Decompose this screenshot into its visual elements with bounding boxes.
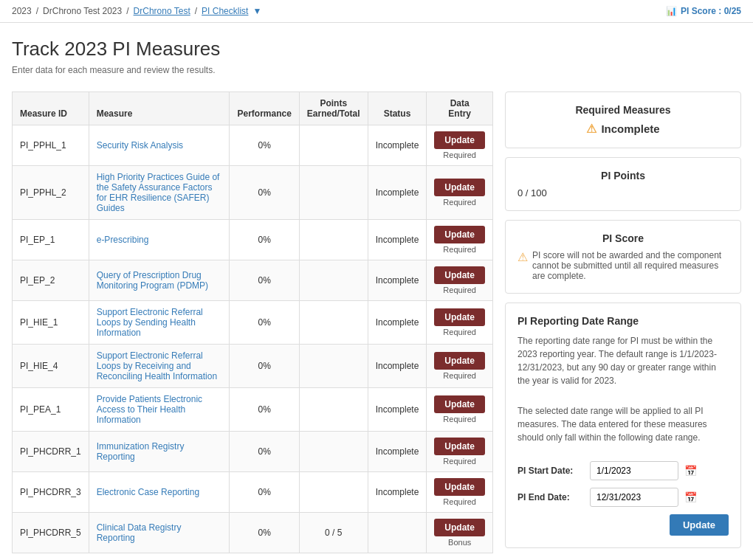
entry-type: Required [443,457,476,466]
cell-measure-id: PI_PHCDRR_3 [13,472,89,513]
cell-performance: 0% [230,220,299,260]
cell-entry: Update Required [427,220,493,260]
cell-entry: Update Required [427,125,493,166]
measure-link[interactable]: e-Prescribing [97,235,149,245]
entry-type: Required [443,245,476,254]
cell-measure: Clinical Data Registry Reporting [89,513,230,553]
cell-entry: Update Required [427,388,493,432]
measure-link[interactable]: Electronic Case Reporting [97,487,199,497]
update-button[interactable]: Update [434,226,485,243]
cell-measure: Support Electronic Referral Loops by Rec… [89,345,230,388]
entry-type: Required [443,415,476,424]
cell-status: Incomplete [368,166,427,220]
cell-measure: Provide Patients Electronic Access to Th… [89,388,230,432]
cell-measure: High Priority Practices Guide of the Saf… [89,166,230,220]
cell-performance: 0% [230,513,299,553]
cell-performance: 0% [230,388,299,432]
update-button[interactable]: Update [434,179,485,196]
cell-measure-id: PI_EP_2 [13,260,89,301]
required-measures-card: Required Measures ⚠ Incomplete [505,91,741,148]
col-status: Status [368,92,427,125]
measure-link[interactable]: Security Risk Analysis [97,140,183,151]
entry-type: Required [443,328,476,336]
update-button[interactable]: Update [434,352,485,370]
col-measure-id: Measure ID [13,92,89,125]
cell-performance: 0% [230,345,299,388]
entry-type: Required [443,371,476,380]
update-button[interactable]: Update [434,519,485,536]
measure-link[interactable]: Clinical Data Registry Reporting [97,522,182,543]
pi-date-desc2: The selected date range will be applied … [518,404,729,444]
cell-status: Incomplete [368,125,427,166]
calendar-icon-end[interactable]: 📅 [684,491,697,503]
cell-points [299,388,368,432]
update-button[interactable]: Update [434,395,485,413]
measure-link[interactable]: Query of Prescription Drug Monitoring Pr… [97,270,208,291]
cell-performance: 0% [230,432,299,472]
table-row: PI_PPHL_2 High Priority Practices Guide … [13,166,493,220]
table-row: PI_PHCDRR_5 Clinical Data Registry Repor… [13,513,493,553]
measure-link[interactable]: Support Electronic Referral Loops by Rec… [97,350,217,381]
breadcrumb-drchrono-test-2023[interactable]: DrChrono Test 2023 [43,6,122,16]
cell-status: Incomplete [368,260,427,301]
breadcrumb-drchrono-test[interactable]: DrChrono Test [134,6,190,16]
start-date-input[interactable] [590,461,678,480]
cell-entry: Update Required [427,166,493,220]
update-button[interactable]: Update [434,438,485,455]
cell-measure-id: PI_PPHL_2 [13,166,89,220]
end-date-input[interactable] [590,488,678,507]
measure-link[interactable]: Provide Patients Electronic Access to Th… [97,394,202,425]
cell-points [299,166,368,220]
entry-type: Required [443,497,476,506]
cell-points [299,472,368,513]
calendar-icon-start[interactable]: 📅 [684,465,697,477]
breadcrumb-pi-checklist[interactable]: PI Checklist [202,6,248,16]
cell-measure: Immunization Registry Reporting [89,432,230,472]
cell-points [299,260,368,301]
warning-icon-score: ⚠ [518,250,528,264]
cell-entry: Update Required [427,472,493,513]
pi-date-card: PI Reporting Date Range The reporting da… [505,303,741,548]
pi-score-title: PI Score [518,232,729,244]
pi-score-header[interactable]: 📊 PI Score : 0/25 [666,6,741,16]
cell-status: Incomplete [368,472,427,513]
chart-icon: 📊 [666,6,677,16]
pi-date-title: PI Reporting Date Range [518,315,639,327]
cell-status: Incomplete [368,432,427,472]
cell-performance: 0% [230,260,299,301]
cell-performance: 0% [230,472,299,513]
cell-measure-id: PI_HIE_4 [13,345,89,388]
cell-performance: 0% [230,125,299,166]
col-points: PointsEarned/Total [299,92,368,125]
breadcrumb-2023[interactable]: 2023 [12,6,32,16]
update-button[interactable]: Update [434,131,485,149]
measure-link[interactable]: High Priority Practices Guide of the Saf… [97,172,220,213]
cell-measure-id: PI_PHCDRR_1 [13,432,89,472]
cell-measure: Support Electronic Referral Loops by Sen… [89,301,230,345]
col-data-entry: DataEntry [427,92,493,125]
measure-link[interactable]: Immunization Registry Reporting [97,441,185,462]
cell-measure: Electronic Case Reporting [89,472,230,513]
cell-measure-id: PI_PHCDRR_5 [13,513,89,553]
update-button[interactable]: Update [434,478,485,496]
update-button[interactable]: Update [434,308,485,326]
cell-entry: Update Required [427,260,493,301]
cell-points [299,125,368,166]
pi-points-value: 0 / 100 [518,187,729,198]
table-row: PI_PHCDRR_3 Electronic Case Reporting 0%… [13,472,493,513]
cell-entry: Update Required [427,301,493,345]
measure-link[interactable]: Support Electronic Referral Loops by Sen… [97,307,203,338]
update-button[interactable]: Update [434,266,485,284]
table-row: PI_PPHL_1 Security Risk Analysis 0% Inco… [13,125,493,166]
cell-measure-id: PI_HIE_1 [13,301,89,345]
cell-status: Incomplete [368,388,427,432]
cell-status: Incomplete [368,345,427,388]
table-row: PI_EP_1 e-Prescribing 0% Incomplete Upda… [13,220,493,260]
page-header: Track 2023 PI Measures Enter data for ea… [0,23,753,80]
table-row: PI_PHCDRR_1 Immunization Registry Report… [13,432,493,472]
date-update-button[interactable]: Update [670,514,729,536]
breadcrumb: 2023 / DrChrono Test 2023 / DrChrono Tes… [12,6,261,16]
warning-icon: ⚠ [586,122,596,136]
col-measure: Measure [89,92,230,125]
cell-points [299,220,368,260]
